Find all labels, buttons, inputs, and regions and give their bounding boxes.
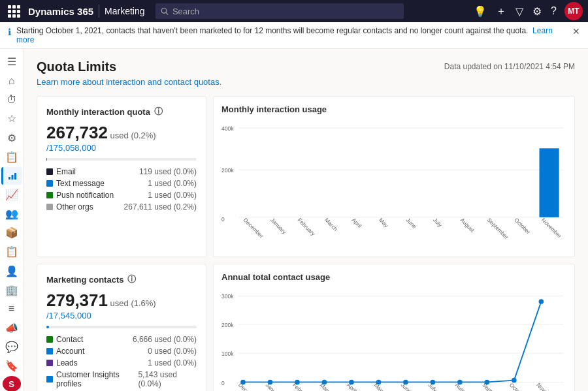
legend-dot-text	[46, 180, 53, 187]
legend-item-text: Text message 1 used (0.0%)	[46, 179, 197, 188]
sidebar-item-menu[interactable]: ☰	[1, 53, 22, 70]
svg-text:400k: 400k	[221, 125, 234, 132]
svg-text:May: May	[372, 381, 385, 391]
settings-icon[interactable]: ⚙	[531, 4, 543, 19]
bar-november	[540, 148, 559, 217]
nav-icons: 💡 ＋ ▽ ⚙ ? MT	[472, 2, 583, 20]
lightbulb-icon[interactable]: 💡	[472, 4, 488, 19]
svg-text:July: July	[427, 381, 438, 391]
sidebar-item-segments[interactable]: 📦	[1, 224, 22, 242]
svg-text:December: December	[237, 381, 260, 391]
sidebar-item-contacts[interactable]: 👥	[1, 205, 22, 223]
marketing-contacts-info-icon[interactable]: ⓘ	[127, 274, 136, 285]
svg-text:July: July	[432, 217, 444, 228]
sidebar-item-quota[interactable]	[1, 167, 22, 185]
svg-text:June: June	[405, 217, 418, 230]
user-avatar[interactable]: MT	[564, 2, 583, 20]
svg-text:June: June	[400, 381, 413, 391]
sidebar-item-home[interactable]: ⌂	[1, 72, 22, 89]
sidebar-item-messages[interactable]: 💬	[1, 338, 22, 356]
monthly-usage-chart-title: Monthly interaction usage	[221, 104, 566, 114]
sidebar-item-recent[interactable]: ⏱	[1, 91, 22, 108]
svg-line-1	[166, 12, 168, 14]
legend-dot-otherorgs	[46, 204, 53, 210]
svg-text:0: 0	[221, 216, 225, 223]
legend-dot-account	[46, 348, 53, 354]
annual-contact-chart-title: Annual total contact usage	[221, 272, 566, 282]
svg-text:August: August	[459, 217, 476, 234]
cards-grid: Monthly interaction quota ⓘ 267,732 used…	[37, 96, 575, 391]
marketing-contacts-card: Marketing contacts ⓘ 279,371 used (1.6%)…	[37, 264, 206, 391]
notif-close-button[interactable]: ✕	[572, 26, 580, 37]
svg-rect-4	[14, 173, 16, 180]
svg-text:January: January	[265, 381, 284, 391]
marketing-contacts-progress-fill	[46, 326, 49, 328]
marketing-contacts-legend: Contact 6,666 used (0.0%) Account 0 used…	[46, 335, 197, 391]
sidebar-item-favorites[interactable]: ☆	[1, 110, 22, 127]
page-content: Quota Limits Learn more about interactio…	[24, 49, 588, 391]
sidebar-user-avatar[interactable]: S	[3, 376, 21, 391]
svg-text:September: September	[486, 217, 510, 240]
search-bar[interactable]	[155, 3, 404, 19]
svg-text:August: August	[454, 381, 471, 391]
info-icon: ℹ	[8, 27, 11, 37]
annual-contact-chart: 300k 200k 100k 0	[221, 286, 566, 391]
legend-item-account: Account 0 used (0.0%)	[46, 347, 197, 356]
sidebar-item-activities[interactable]: 📋	[1, 148, 22, 166]
sidebar-item-accounts[interactable]: 🏢	[1, 281, 22, 299]
sidebar-item-lists[interactable]: ≡	[1, 300, 22, 318]
sidebar-item-campaigns[interactable]: 📣	[1, 319, 22, 337]
svg-text:0: 0	[221, 380, 225, 386]
legend-dot-contact	[46, 336, 53, 343]
monthly-interaction-info-icon[interactable]: ⓘ	[154, 106, 163, 117]
legend-item-otherorgs: Other orgs 267,611 used (0.2%)	[46, 202, 197, 211]
month-labels: December January February March April Ma…	[242, 217, 563, 240]
legend-dot-email	[46, 168, 53, 175]
learn-more-link[interactable]: Learn more about interaction and contact…	[37, 77, 221, 87]
sidebar-item-library[interactable]: 🔖	[1, 357, 22, 375]
notif-text: Starting October 1, 2021, contacts that …	[16, 26, 567, 44]
svg-text:200k: 200k	[221, 167, 234, 174]
legend-item-push: Push notification 1 used (0.0%)	[46, 191, 197, 200]
search-icon	[161, 7, 169, 16]
help-icon[interactable]: ?	[549, 4, 558, 18]
add-icon[interactable]: ＋	[495, 3, 508, 20]
sidebar-item-analytics[interactable]: 📈	[1, 186, 22, 204]
dot-nov	[539, 299, 544, 304]
page-title: Quota Limits	[37, 59, 221, 74]
grid-menu-icon[interactable]	[5, 3, 23, 20]
svg-text:November: November	[535, 381, 558, 391]
svg-text:March: March	[323, 217, 339, 232]
svg-text:November: November	[540, 217, 563, 240]
svg-text:200k: 200k	[221, 322, 234, 328]
sidebar-item-leads[interactable]: 👤	[1, 262, 22, 280]
svg-text:April: April	[351, 217, 363, 229]
data-updated-label: Data updated on 11/10/2021 4:54 PM	[444, 62, 575, 71]
monthly-usage-chart-card: Monthly interaction usage 400k 200k 0	[213, 96, 575, 257]
monthly-interaction-title: Monthly interaction quota ⓘ	[46, 106, 197, 117]
svg-text:December: December	[242, 217, 265, 240]
sidebar-item-settings[interactable]: ⚙	[1, 129, 22, 147]
svg-text:October: October	[513, 217, 531, 235]
svg-text:May: May	[378, 217, 390, 229]
filter-icon[interactable]: ▽	[514, 4, 525, 19]
legend-item-contact: Contact 6,666 used (0.0%)	[46, 335, 197, 344]
sidebar-item-forms[interactable]: 📋	[1, 243, 22, 260]
brand-name: Dynamics 365	[28, 6, 93, 17]
search-input[interactable]	[172, 7, 399, 16]
brand-area: Dynamics 365 Marketing	[28, 5, 145, 18]
svg-text:October: October	[508, 381, 527, 391]
notification-bar: ℹ Starting October 1, 2021, contacts tha…	[0, 22, 588, 49]
marketing-contacts-progress-bar	[46, 326, 197, 328]
legend-dot-leads	[46, 360, 53, 366]
monthly-usage-chart: 400k 200k 0 December January Febru	[221, 118, 566, 249]
module-name: Marketing	[105, 6, 144, 16]
svg-rect-2	[8, 177, 10, 180]
svg-text:300k: 300k	[221, 293, 234, 300]
svg-text:February: February	[297, 217, 318, 238]
legend-item-email: Email 119 used (0.0%)	[46, 167, 197, 176]
nav-divider	[99, 5, 99, 18]
monthly-interaction-card: Monthly interaction quota ⓘ 267,732 used…	[37, 96, 206, 257]
legend-item-ci-profiles: Customer Insights profiles 5,143 used (0…	[46, 370, 197, 388]
svg-text:February: February	[291, 381, 312, 391]
